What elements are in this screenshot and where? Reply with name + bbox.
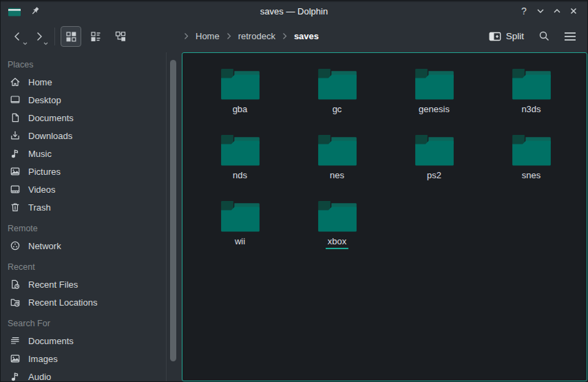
sidebar-item-home[interactable]: Home	[1, 73, 182, 91]
breadcrumb-chevron-icon	[183, 32, 189, 40]
hamburger-menu-icon[interactable]	[560, 26, 580, 47]
sidebar-section: Remote Network	[1, 220, 182, 255]
forward-button[interactable]	[28, 26, 49, 47]
sidebar-section: Places Home Desktop Documents Downloads …	[1, 56, 182, 216]
folder-icon	[219, 133, 262, 167]
folder-icon	[316, 67, 359, 101]
tree-view-button[interactable]	[110, 26, 131, 47]
folder-icon	[413, 67, 456, 101]
folder-label: gba	[231, 105, 250, 117]
folder-item-n3ds[interactable]: n3ds	[483, 67, 580, 133]
recent-file-icon	[10, 279, 21, 290]
breadcrumb-segment-home[interactable]: Home	[196, 31, 220, 41]
sidebar-section-header: Places	[1, 56, 182, 73]
text-lines-icon	[10, 335, 21, 346]
dolphin-window: saves — Dolphin ?	[0, 0, 588, 382]
breadcrumb-chevron-icon	[226, 32, 232, 40]
search-icon[interactable]	[534, 26, 554, 47]
folder-label: xbox	[326, 237, 348, 249]
split-button-label: Split	[506, 31, 524, 41]
sidebar-item-recent-files[interactable]: Recent Files	[1, 275, 182, 293]
minimize-button[interactable]	[534, 4, 547, 18]
sidebar-item-downloads[interactable]: Downloads	[1, 127, 182, 145]
folder-app-icon	[8, 6, 21, 17]
sidebar-section-header: Recent	[1, 259, 182, 275]
folder-label: nds	[231, 171, 249, 183]
folder-item-gc[interactable]: gc	[288, 67, 386, 133]
folder-item-nes[interactable]: nes	[288, 133, 386, 199]
pin-icon[interactable]	[30, 6, 41, 17]
folder-item-ps2[interactable]: ps2	[386, 133, 483, 199]
sidebar-section-header: Search For	[1, 315, 182, 332]
folder-item-genesis[interactable]: genesis	[386, 67, 483, 133]
folder-icon	[316, 199, 359, 233]
folder-icon	[510, 67, 553, 101]
folder-label: gc	[330, 105, 344, 117]
download-icon	[10, 130, 21, 141]
titlebar: saves — Dolphin ?	[1, 1, 587, 20]
folder-label: genesis	[417, 105, 452, 117]
folder-item-xbox[interactable]: xbox	[288, 199, 386, 265]
folder-item-snes[interactable]: snes	[483, 133, 580, 199]
recent-folder-icon	[10, 297, 21, 308]
sidebar-item-trash[interactable]: Trash	[1, 198, 182, 216]
icons-view-button[interactable]	[61, 26, 81, 47]
sidebar-item-desktop[interactable]: Desktop	[1, 91, 182, 109]
folder-icon	[413, 133, 456, 167]
folder-label: n3ds	[519, 105, 543, 117]
music-icon	[10, 371, 21, 381]
music-icon	[10, 148, 21, 159]
forward-history-caret[interactable]	[43, 42, 48, 45]
places-panel: Places Home Desktop Documents Downloads …	[1, 52, 182, 381]
folder-icon	[219, 67, 262, 101]
sidebar-item-documents[interactable]: Documents	[1, 109, 182, 127]
sidebar-scrollbar[interactable]	[166, 52, 182, 381]
sidebar-item-videos[interactable]: Videos	[1, 180, 182, 198]
sidebar-scrollbar-thumb[interactable]	[170, 60, 176, 361]
folder-item-gba[interactable]: gba	[191, 67, 288, 133]
folder-label: wii	[233, 237, 247, 249]
sidebar-item-network[interactable]: Network	[1, 237, 182, 255]
folder-icon	[219, 199, 262, 233]
sidebar-item-pictures[interactable]: Pictures	[1, 162, 182, 180]
folder-grid: gba gc genesis n3ds nds	[191, 67, 580, 265]
content-area: Places Home Desktop Documents Downloads …	[1, 52, 587, 381]
folder-item-wii[interactable]: wii	[191, 199, 288, 265]
folder-label: snes	[520, 171, 543, 183]
folder-label: ps2	[425, 171, 443, 183]
folder-label: nes	[328, 171, 346, 183]
window-title: saves — Dolphin	[1, 6, 587, 17]
maximize-button[interactable]	[550, 4, 564, 18]
picture-icon	[10, 353, 21, 364]
network-icon	[10, 240, 21, 251]
sidebar-section: Search For Documents Images Audio	[1, 315, 182, 381]
back-button[interactable]	[8, 26, 28, 47]
sidebar-item-documents[interactable]: Documents	[1, 332, 182, 350]
help-button[interactable]: ?	[517, 4, 531, 18]
split-view-icon	[489, 31, 501, 42]
sidebar-section-header: Remote	[1, 220, 182, 237]
folder-view[interactable]: gba gc genesis n3ds nds	[182, 52, 587, 381]
sidebar-section: Recent Recent Files Recent Locations	[1, 259, 182, 311]
sidebar-item-images[interactable]: Images	[1, 350, 182, 368]
folder-icon	[510, 133, 553, 167]
desktop-icon	[10, 94, 21, 105]
sidebar-item-music[interactable]: Music	[1, 145, 182, 162]
compact-view-button[interactable]	[85, 26, 106, 47]
breadcrumb-segment-retrodeck[interactable]: retrodeck	[238, 31, 275, 41]
video-icon	[10, 184, 21, 195]
trash-icon	[10, 202, 21, 213]
close-button[interactable]	[567, 4, 580, 18]
split-button[interactable]: Split	[485, 28, 528, 45]
sidebar-item-recent-locations[interactable]: Recent Locations	[1, 293, 182, 311]
breadcrumb-segment-saves[interactable]: saves	[294, 31, 319, 41]
view-mode-group	[61, 26, 131, 47]
toolbar: Homeretrodecksaves Split	[1, 20, 587, 52]
toolbar-separator	[54, 28, 55, 45]
folder-icon	[316, 133, 359, 167]
breadcrumb-chevron-icon	[282, 32, 288, 40]
sidebar-item-audio[interactable]: Audio	[1, 368, 182, 381]
breadcrumb: Homeretrodecksaves	[183, 31, 319, 41]
back-history-caret[interactable]	[23, 42, 28, 45]
folder-item-nds[interactable]: nds	[191, 133, 288, 199]
